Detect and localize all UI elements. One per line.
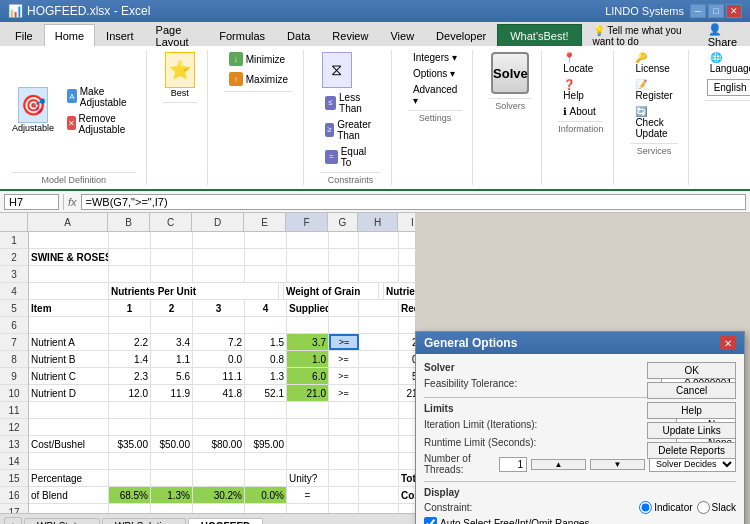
cell-i10[interactable]: 21.0 bbox=[399, 385, 415, 401]
cell-c7[interactable]: 3.4 bbox=[151, 334, 193, 350]
cell-e13[interactable]: $95.00 bbox=[245, 436, 287, 452]
cell-e1[interactable] bbox=[245, 232, 287, 248]
formula-input[interactable]: =WB(G7,">=",I7) bbox=[81, 194, 746, 210]
rh-13[interactable]: 13 bbox=[0, 436, 28, 453]
rh-3[interactable]: 3 bbox=[0, 266, 28, 283]
cell-c13[interactable]: $50.00 bbox=[151, 436, 193, 452]
cell-c5[interactable]: 2 bbox=[151, 300, 193, 316]
cell-f6[interactable] bbox=[287, 317, 329, 333]
less-than-button[interactable]: ≤ Less Than bbox=[320, 90, 381, 116]
indicator-radio[interactable] bbox=[639, 501, 652, 514]
rh-1[interactable]: 1 bbox=[0, 232, 28, 249]
cell-h5[interactable] bbox=[359, 300, 399, 316]
slack-radio[interactable] bbox=[697, 501, 710, 514]
cell-h6[interactable] bbox=[359, 317, 399, 333]
cell-a7[interactable]: Nutrient A bbox=[29, 334, 109, 350]
cell-i9[interactable]: 5.0 bbox=[399, 368, 415, 384]
dialog-title-bar[interactable]: General Options ✕ bbox=[416, 332, 744, 354]
cell-i15[interactable]: Total bbox=[399, 470, 415, 486]
tab-share[interactable]: 👤 Share bbox=[697, 24, 750, 46]
col-header-c[interactable]: C bbox=[150, 213, 192, 231]
rh-8[interactable]: 8 bbox=[0, 351, 28, 368]
cell-a13[interactable]: Cost/Bushel bbox=[29, 436, 109, 452]
cell-g1[interactable] bbox=[329, 232, 359, 248]
check-update-button[interactable]: 🔄 Check Update bbox=[630, 104, 677, 141]
cell-h10[interactable] bbox=[359, 385, 399, 401]
tab-formulas[interactable]: Formulas bbox=[208, 24, 276, 46]
cell-h7[interactable] bbox=[359, 334, 399, 350]
indicator-radio-label[interactable]: Indicator bbox=[639, 501, 692, 514]
cell-a16[interactable]: of Blend bbox=[29, 487, 109, 503]
col-header-i[interactable]: I bbox=[398, 213, 415, 231]
cell-d3[interactable] bbox=[193, 266, 245, 282]
cell-a4[interactable] bbox=[29, 283, 109, 299]
cell-a5[interactable]: Item bbox=[29, 300, 109, 316]
cell-g2[interactable] bbox=[329, 249, 359, 265]
options-button[interactable]: Options ▾ bbox=[408, 66, 462, 81]
cell-f15[interactable]: Unity? bbox=[287, 470, 329, 486]
dialog-close-button[interactable]: ✕ bbox=[720, 336, 736, 350]
delete-reports-button[interactable]: Delete Reports bbox=[647, 442, 736, 459]
minimize-button[interactable]: ↓ Minimize bbox=[224, 50, 293, 69]
cell-c9[interactable]: 5.6 bbox=[151, 368, 193, 384]
cell-f16[interactable]: = bbox=[287, 487, 329, 503]
cell-d7[interactable]: 7.2 bbox=[193, 334, 245, 350]
cell-d1[interactable] bbox=[193, 232, 245, 248]
tab-review[interactable]: Review bbox=[321, 24, 379, 46]
cell-b10[interactable]: 12.0 bbox=[109, 385, 151, 401]
cell-i8[interactable]: 0.7 bbox=[399, 351, 415, 367]
cell-h1[interactable] bbox=[359, 232, 399, 248]
tab-page-layout[interactable]: Page Layout bbox=[145, 24, 209, 46]
language-select[interactable]: English bbox=[707, 79, 750, 96]
general-options-dialog[interactable]: General Options ✕ OK Cancel Help Update … bbox=[415, 331, 745, 524]
cell-b16[interactable]: 68.5% bbox=[109, 487, 151, 503]
cell-f8[interactable]: 1.0 bbox=[287, 351, 329, 367]
about-button[interactable]: ℹ About bbox=[558, 104, 603, 119]
cell-f1[interactable] bbox=[287, 232, 329, 248]
threads-input[interactable] bbox=[499, 457, 527, 472]
cell-e16[interactable]: 0.0% bbox=[245, 487, 287, 503]
cell-c6[interactable] bbox=[151, 317, 193, 333]
rh-7[interactable]: 7 bbox=[0, 334, 28, 351]
cell-g3[interactable] bbox=[329, 266, 359, 282]
cell-g6[interactable] bbox=[329, 317, 359, 333]
cell-i16[interactable]: Cost bbox=[399, 487, 415, 503]
maximize-button[interactable]: ↑ Maximize bbox=[224, 70, 293, 89]
cell-a9[interactable]: Nutrient C bbox=[29, 368, 109, 384]
help-button[interactable]: ❓ Help bbox=[558, 77, 603, 103]
minimize-button[interactable]: ─ bbox=[690, 4, 706, 18]
auto-select-checkbox[interactable] bbox=[424, 517, 437, 524]
cell-g9[interactable]: >= bbox=[329, 368, 359, 384]
rh-10[interactable]: 10 bbox=[0, 385, 28, 402]
cell-b2[interactable] bbox=[109, 249, 151, 265]
solve-button[interactable]: Solve bbox=[491, 52, 529, 94]
cell-e2[interactable] bbox=[245, 249, 287, 265]
col-header-h[interactable]: H bbox=[358, 213, 398, 231]
cell-h9[interactable] bbox=[359, 368, 399, 384]
col-header-d[interactable]: D bbox=[192, 213, 244, 231]
tab-file[interactable]: File bbox=[4, 24, 44, 46]
rh-4[interactable]: 4 bbox=[0, 283, 28, 300]
cell-c1[interactable] bbox=[151, 232, 193, 248]
rh-15[interactable]: 15 bbox=[0, 470, 28, 487]
cell-e3[interactable] bbox=[245, 266, 287, 282]
greater-than-button[interactable]: ≥ Greater Than bbox=[320, 117, 381, 143]
cell-c10[interactable]: 11.9 bbox=[151, 385, 193, 401]
cell-b5[interactable]: 1 bbox=[109, 300, 151, 316]
cell-a15[interactable]: Percentage bbox=[29, 470, 109, 486]
name-box[interactable]: H7 bbox=[4, 194, 59, 210]
tab-home[interactable]: Home bbox=[44, 24, 95, 46]
cell-i1[interactable] bbox=[399, 232, 415, 248]
cancel-button[interactable]: Cancel bbox=[647, 382, 736, 399]
cell-a3[interactable] bbox=[29, 266, 109, 282]
cell-h2[interactable] bbox=[359, 249, 399, 265]
col-header-b[interactable]: B bbox=[108, 213, 150, 231]
cell-e8[interactable]: 0.8 bbox=[245, 351, 287, 367]
equal-to-button[interactable]: = Equal To bbox=[320, 144, 381, 170]
cell-i6[interactable] bbox=[399, 317, 415, 333]
cell-g5[interactable] bbox=[329, 300, 359, 316]
sheet-tab-wb-status[interactable]: WB! Status bbox=[24, 518, 100, 525]
rh-14[interactable]: 14 bbox=[0, 453, 28, 470]
cell-h8[interactable] bbox=[359, 351, 399, 367]
rh-9[interactable]: 9 bbox=[0, 368, 28, 385]
